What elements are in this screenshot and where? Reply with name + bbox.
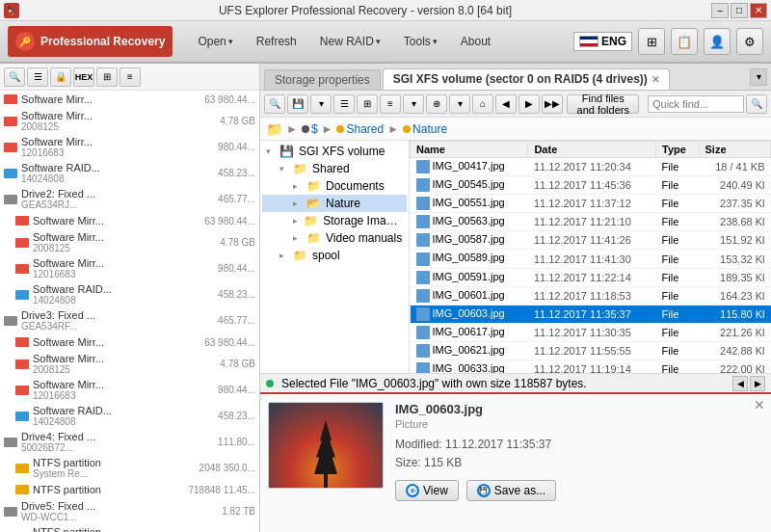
tree-item[interactable]: ▸📁Documents — [262, 177, 407, 195]
minimize-button[interactable]: – — [711, 3, 729, 18]
home-btn[interactable]: ⌂ — [472, 94, 493, 114]
drive-item-meta: Drive3: Fixed ...GEA534RF... — [21, 309, 214, 332]
drive-list-item[interactable]: Software Mirr...20081254.78 GB — [0, 108, 259, 134]
tree-item[interactable]: ▾📁Shared — [262, 160, 407, 177]
window-controls: – □ ✕ — [711, 3, 767, 18]
drive-item-name: Software Mirr... — [21, 136, 214, 147]
drive-list-item[interactable]: NTFS partitionStorage2048 499.03... — [0, 524, 259, 532]
toolbar-drives-btn[interactable]: ⊞ — [638, 28, 665, 55]
filter-btn[interactable]: ⊕ — [426, 94, 447, 114]
drive-list-item[interactable]: Software RAID...14024808458.23... — [0, 281, 259, 307]
toolbar-scan-btn[interactable]: 📋 — [671, 28, 698, 55]
forward-btn[interactable]: ▶▶ — [542, 94, 563, 114]
view-grid-btn[interactable]: ⊞ — [357, 94, 378, 114]
view-detail-btn[interactable]: ≡ — [380, 94, 401, 114]
view-options-btn[interactable]: ▾ — [403, 94, 424, 114]
drive-list-item[interactable]: Software Mirr...20081254.78 GB — [0, 229, 259, 255]
drive-list-item[interactable]: Software Mirr...63 980.44... — [0, 91, 259, 108]
play-btn[interactable]: ▶ — [518, 94, 540, 114]
file-row[interactable]: IMG_00563.jpg11.12.2017 11:21:10File238.… — [411, 213, 771, 231]
file-area: ▾💾SGI XFS volume▾📁Shared▸📁Documents▸📂Nat… — [260, 141, 771, 373]
drive-list-item[interactable]: Drive2: Fixed ...GEA534RJ...465.77... — [0, 186, 259, 212]
file-row[interactable]: IMG_00633.jpg11.12.2017 11:19:14File222.… — [411, 360, 771, 373]
quick-find-input[interactable] — [648, 95, 744, 113]
drive-list-item[interactable]: Software Mirr...63 980.44... — [0, 333, 259, 351]
file-row[interactable]: IMG_00545.jpg11.12.2017 11:45:36File240.… — [411, 176, 771, 195]
drive-list-item[interactable]: NTFS partitionSystem Re...2048 350.0... — [0, 455, 259, 481]
file-row[interactable]: IMG_00603.jpg11.12.2017 11:35:37File115.… — [411, 305, 771, 323]
drive-list-item[interactable]: Software Mirr...12016683980.44... — [0, 255, 259, 281]
tab-storage-properties[interactable]: Storage properties — [264, 69, 381, 90]
save-as-button[interactable]: 💾 Save as... — [466, 480, 556, 501]
drive-list-item[interactable]: Software Mirr...63 980.44... — [0, 212, 259, 229]
drive-list-item[interactable]: Software Mirr...12016683980.44... — [0, 377, 259, 403]
file-row[interactable]: IMG_00617.jpg11.12.2017 11:30:35File221.… — [411, 323, 771, 341]
maximize-button[interactable]: □ — [731, 3, 748, 18]
scroll-right-btn[interactable]: ▶ — [750, 376, 765, 391]
tab-close-icon[interactable]: ✕ — [651, 74, 659, 85]
tree-item[interactable]: ▸📁Storage Image Files — [262, 212, 407, 229]
drive-list-item[interactable]: NTFS partition718848 11.45... — [0, 481, 259, 498]
preview-info: IMG_00603.jpg Picture Modified: 11.12.20… — [395, 402, 763, 524]
tab-storage-label: Storage properties — [275, 73, 370, 87]
menu-about[interactable]: About — [451, 30, 500, 53]
tree-item[interactable]: ▸📁spool — [262, 247, 407, 264]
col-type[interactable]: Type — [656, 142, 699, 158]
tree-item[interactable]: ▸📁Video manuals — [262, 229, 407, 247]
drive-list-item[interactable]: Software RAID...14024808458.23... — [0, 160, 259, 186]
tree-item[interactable]: ▾💾SGI XFS volume — [262, 143, 407, 160]
col-date[interactable]: Date — [528, 142, 656, 158]
quick-find-search-btn[interactable]: 🔍 — [746, 94, 767, 114]
file-row[interactable]: IMG_00587.jpg11.12.2017 11:41:26File151.… — [411, 231, 771, 250]
menu-open[interactable]: Open▾ — [188, 30, 242, 53]
window-title: UFS Explorer Professional Recovery - ver… — [19, 4, 711, 17]
breadcrumb-nature[interactable]: Nature — [403, 122, 447, 136]
hex-btn[interactable]: HEX — [73, 67, 94, 87]
file-row[interactable]: IMG_00417.jpg11.12.2017 11:20:34File18 /… — [411, 158, 771, 176]
menu-refresh[interactable]: Refresh — [247, 30, 306, 53]
toolbar-settings-btn[interactable]: ⚙ — [736, 28, 763, 55]
search-files-icon[interactable]: 🔍 — [264, 94, 285, 114]
search-icon[interactable]: 🔍 — [4, 67, 25, 87]
file-row[interactable]: IMG_00551.jpg11.12.2017 11:37:12File237.… — [411, 195, 771, 213]
file-row[interactable]: IMG_00601.jpg11.12.2017 11:18:53File164.… — [411, 286, 771, 305]
language-selector[interactable]: ENG — [573, 32, 632, 51]
preview-type: Picture — [395, 418, 763, 430]
drive-list-item[interactable]: Drive3: Fixed ...GEA534RF...465.77... — [0, 307, 259, 333]
panel-toggle-btn[interactable]: ▾ — [750, 68, 767, 86]
lock-icon[interactable]: 🔒 — [50, 67, 71, 87]
scroll-left-btn[interactable]: ◀ — [732, 376, 748, 391]
grid-btn[interactable]: ⊞ — [96, 67, 118, 87]
col-name[interactable]: Name — [411, 142, 528, 158]
file-row[interactable]: IMG_00591.jpg11.12.2017 11:22:14File189.… — [411, 268, 771, 286]
list-view-btn[interactable]: ☰ — [27, 67, 48, 87]
breadcrumb: 📁 ► $ ► Shared ► Nature — [260, 118, 771, 141]
drive-item-icon — [4, 94, 17, 104]
drive-list-item[interactable]: Drive4: Fixed ...50026B72...111.80... — [0, 429, 259, 455]
drive-list-item[interactable]: Software RAID...14024808458.23... — [0, 403, 259, 429]
file-row[interactable]: IMG_00589.jpg11.12.2017 11:41:30File153.… — [411, 250, 771, 268]
drive-item-meta: NTFS partitionSystem Re... — [33, 457, 196, 479]
view-button[interactable]: 👁 View — [395, 480, 459, 501]
col-size[interactable]: Size — [699, 142, 770, 158]
preview-close-btn[interactable]: ✕ — [754, 397, 765, 412]
tab-volume[interactable]: SGI XFS volume (sector 0 on RAID5 (4 dri… — [383, 68, 670, 90]
file-row[interactable]: IMG_00621.jpg11.12.2017 11:55:55File242.… — [411, 341, 771, 359]
tree-item[interactable]: ▸📂Nature — [262, 195, 407, 212]
drive-list-item[interactable]: Software Mirr...12016683980.44... — [0, 134, 259, 160]
close-button[interactable]: ✕ — [750, 3, 767, 18]
breadcrumb-dollar[interactable]: $ — [302, 122, 318, 136]
view-toggle-btn[interactable]: ▾ — [449, 94, 470, 114]
save-icon[interactable]: 💾 — [287, 94, 308, 114]
find-files-button[interactable]: Find files and folders — [567, 94, 639, 114]
menu-new-raid[interactable]: New RAID▾ — [310, 30, 390, 53]
drive-list-item[interactable]: Drive5: Fixed ...WD-WCC1...1.82 TB — [0, 498, 259, 524]
view-list-btn[interactable]: ☰ — [333, 94, 355, 114]
breadcrumb-shared[interactable]: Shared — [336, 122, 384, 136]
file-dropdown-btn[interactable]: ▾ — [310, 94, 332, 114]
toolbar-user-btn[interactable]: 👤 — [704, 28, 731, 55]
settings-icon[interactable]: ≡ — [120, 67, 141, 87]
back-btn[interactable]: ◀ — [495, 94, 517, 114]
menu-tools[interactable]: Tools▾ — [394, 30, 447, 53]
drive-list-item[interactable]: Software Mirr...20081254.78 GB — [0, 351, 259, 377]
